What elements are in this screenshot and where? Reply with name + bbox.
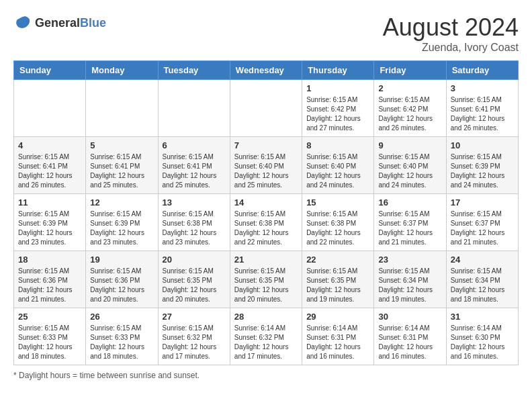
day-info-14: Sunrise: 6:15 AMSunset: 6:38 PMDaylight:… — [234, 210, 298, 247]
cell-w3-d3: 13Sunrise: 6:15 AMSunset: 6:38 PMDayligh… — [158, 194, 230, 251]
day-number-22: 22 — [306, 255, 369, 265]
day-number-11: 11 — [18, 197, 81, 208]
day-number-24: 24 — [451, 255, 514, 265]
footer-note: * Daylight hours = time between sunrise … — [13, 371, 519, 380]
day-number-13: 13 — [163, 197, 226, 208]
day-number-9: 9 — [378, 140, 441, 150]
day-number-29: 29 — [306, 312, 369, 322]
cell-w2-d5: 8Sunrise: 6:15 AMSunset: 6:40 PMDaylight… — [302, 137, 374, 194]
day-number-6: 6 — [163, 140, 226, 150]
day-info-15: Sunrise: 6:15 AMSunset: 6:38 PMDaylight:… — [306, 210, 369, 247]
day-number-21: 21 — [234, 255, 298, 265]
day-number-30: 30 — [378, 312, 441, 322]
cell-w1-d3 — [158, 80, 230, 137]
day-number-3: 3 — [451, 83, 514, 93]
header-thursday: Thursday — [302, 61, 374, 80]
week-row-4: 18Sunrise: 6:15 AMSunset: 6:36 PMDayligh… — [14, 251, 519, 308]
day-info-3: Sunrise: 6:15 AMSunset: 6:41 PMDaylight:… — [451, 95, 514, 133]
day-number-25: 25 — [18, 312, 81, 322]
logo: GeneralBlue — [13, 13, 106, 32]
cell-w3-d6: 16Sunrise: 6:15 AMSunset: 6:37 PMDayligh… — [374, 194, 446, 251]
cell-w5-d5: 29Sunrise: 6:14 AMSunset: 6:31 PMDayligh… — [302, 308, 374, 365]
day-number-19: 19 — [90, 255, 153, 265]
cell-w3-d2: 12Sunrise: 6:15 AMSunset: 6:39 PMDayligh… — [86, 194, 158, 251]
cell-w2-d6: 9Sunrise: 6:15 AMSunset: 6:40 PMDaylight… — [374, 137, 446, 194]
cell-w1-d4 — [230, 80, 302, 137]
logo-text: GeneralBlue — [35, 16, 106, 30]
day-info-12: Sunrise: 6:15 AMSunset: 6:39 PMDaylight:… — [90, 210, 153, 247]
day-info-9: Sunrise: 6:15 AMSunset: 6:40 PMDaylight:… — [378, 152, 441, 190]
day-info-29: Sunrise: 6:14 AMSunset: 6:31 PMDaylight:… — [306, 324, 369, 361]
cell-w3-d1: 11Sunrise: 6:15 AMSunset: 6:39 PMDayligh… — [14, 194, 86, 251]
header-sunday: Sunday — [14, 61, 86, 80]
cell-w4-d6: 23Sunrise: 6:15 AMSunset: 6:34 PMDayligh… — [374, 251, 446, 308]
cell-w3-d4: 14Sunrise: 6:15 AMSunset: 6:38 PMDayligh… — [230, 194, 302, 251]
cell-w3-d5: 15Sunrise: 6:15 AMSunset: 6:38 PMDayligh… — [302, 194, 374, 251]
day-info-27: Sunrise: 6:15 AMSunset: 6:32 PMDaylight:… — [163, 324, 226, 361]
day-info-11: Sunrise: 6:15 AMSunset: 6:39 PMDaylight:… — [18, 210, 81, 247]
day-number-7: 7 — [234, 140, 298, 150]
cell-w3-d7: 17Sunrise: 6:15 AMSunset: 6:37 PMDayligh… — [446, 194, 518, 251]
cell-w1-d6: 2Sunrise: 6:15 AMSunset: 6:42 PMDaylight… — [374, 80, 446, 137]
title-area: August 2024 Zuenda, Ivory Coast — [383, 13, 519, 54]
day-info-25: Sunrise: 6:15 AMSunset: 6:33 PMDaylight:… — [18, 324, 81, 361]
header-tuesday: Tuesday — [158, 61, 230, 80]
cell-w1-d7: 3Sunrise: 6:15 AMSunset: 6:41 PMDaylight… — [446, 80, 518, 137]
cell-w2-d2: 5Sunrise: 6:15 AMSunset: 6:41 PMDaylight… — [86, 137, 158, 194]
cell-w1-d5: 1Sunrise: 6:15 AMSunset: 6:42 PMDaylight… — [302, 80, 374, 137]
day-info-18: Sunrise: 6:15 AMSunset: 6:36 PMDaylight:… — [18, 267, 81, 304]
day-info-23: Sunrise: 6:15 AMSunset: 6:34 PMDaylight:… — [378, 267, 441, 304]
day-number-10: 10 — [451, 140, 514, 150]
cell-w5-d6: 30Sunrise: 6:14 AMSunset: 6:31 PMDayligh… — [374, 308, 446, 365]
day-number-14: 14 — [234, 197, 298, 208]
day-number-12: 12 — [90, 197, 153, 208]
week-row-5: 25Sunrise: 6:15 AMSunset: 6:33 PMDayligh… — [14, 308, 519, 365]
day-number-8: 8 — [306, 140, 369, 150]
calendar-body: 1Sunrise: 6:15 AMSunset: 6:42 PMDaylight… — [14, 80, 519, 365]
cell-w1-d2 — [86, 80, 158, 137]
day-info-16: Sunrise: 6:15 AMSunset: 6:37 PMDaylight:… — [378, 210, 441, 247]
logo-general: General — [35, 16, 80, 30]
location: Zuenda, Ivory Coast — [383, 42, 519, 54]
cell-w4-d3: 20Sunrise: 6:15 AMSunset: 6:35 PMDayligh… — [158, 251, 230, 308]
day-number-16: 16 — [378, 197, 441, 208]
day-number-28: 28 — [234, 312, 298, 322]
day-info-28: Sunrise: 6:14 AMSunset: 6:32 PMDaylight:… — [234, 324, 298, 361]
cell-w4-d5: 22Sunrise: 6:15 AMSunset: 6:35 PMDayligh… — [302, 251, 374, 308]
days-header-row: Sunday Monday Tuesday Wednesday Thursday… — [14, 61, 519, 80]
cell-w1-d1 — [14, 80, 86, 137]
day-info-5: Sunrise: 6:15 AMSunset: 6:41 PMDaylight:… — [90, 152, 153, 190]
day-info-17: Sunrise: 6:15 AMSunset: 6:37 PMDaylight:… — [451, 210, 514, 247]
cell-w5-d4: 28Sunrise: 6:14 AMSunset: 6:32 PMDayligh… — [230, 308, 302, 365]
header: GeneralBlue August 2024 Zuenda, Ivory Co… — [13, 13, 519, 54]
header-saturday: Saturday — [446, 61, 518, 80]
footer-daylight-label: Daylight hours — [19, 371, 71, 380]
day-number-26: 26 — [90, 312, 153, 322]
day-number-17: 17 — [451, 197, 514, 208]
cell-w4-d7: 24Sunrise: 6:15 AMSunset: 6:34 PMDayligh… — [446, 251, 518, 308]
logo-blue: Blue — [80, 16, 106, 30]
day-info-8: Sunrise: 6:15 AMSunset: 6:40 PMDaylight:… — [306, 152, 369, 190]
day-number-31: 31 — [451, 312, 514, 322]
week-row-3: 11Sunrise: 6:15 AMSunset: 6:39 PMDayligh… — [14, 194, 519, 251]
calendar-table: Sunday Monday Tuesday Wednesday Thursday… — [13, 60, 519, 365]
cell-w5-d3: 27Sunrise: 6:15 AMSunset: 6:32 PMDayligh… — [158, 308, 230, 365]
day-info-20: Sunrise: 6:15 AMSunset: 6:35 PMDaylight:… — [163, 267, 226, 304]
day-number-4: 4 — [18, 140, 81, 150]
cell-w4-d4: 21Sunrise: 6:15 AMSunset: 6:35 PMDayligh… — [230, 251, 302, 308]
header-friday: Friday — [374, 61, 446, 80]
cell-w2-d4: 7Sunrise: 6:15 AMSunset: 6:40 PMDaylight… — [230, 137, 302, 194]
month-year: August 2024 — [383, 13, 519, 42]
day-number-5: 5 — [90, 140, 153, 150]
day-info-31: Sunrise: 6:14 AMSunset: 6:30 PMDaylight:… — [451, 324, 514, 361]
day-number-18: 18 — [18, 255, 81, 265]
day-info-19: Sunrise: 6:15 AMSunset: 6:36 PMDaylight:… — [90, 267, 153, 304]
day-info-30: Sunrise: 6:14 AMSunset: 6:31 PMDaylight:… — [378, 324, 441, 361]
cell-w4-d2: 19Sunrise: 6:15 AMSunset: 6:36 PMDayligh… — [86, 251, 158, 308]
week-row-2: 4Sunrise: 6:15 AMSunset: 6:41 PMDaylight… — [14, 137, 519, 194]
day-info-22: Sunrise: 6:15 AMSunset: 6:35 PMDaylight:… — [306, 267, 369, 304]
cell-w2-d3: 6Sunrise: 6:15 AMSunset: 6:41 PMDaylight… — [158, 137, 230, 194]
cell-w2-d7: 10Sunrise: 6:15 AMSunset: 6:39 PMDayligh… — [446, 137, 518, 194]
day-number-2: 2 — [378, 83, 441, 93]
day-info-6: Sunrise: 6:15 AMSunset: 6:41 PMDaylight:… — [163, 152, 226, 190]
